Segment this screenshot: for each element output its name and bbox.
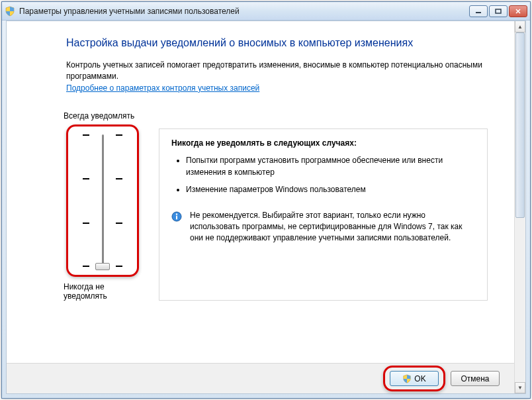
uac-shield-icon [5, 6, 15, 17]
slider-label-never: Никогда не уведомлять [64, 282, 139, 301]
ok-button-label: OK [414, 374, 425, 383]
slider-highlight [66, 125, 139, 277]
cancel-button[interactable]: Отмена [451, 371, 500, 386]
scroll-thumb[interactable] [515, 32, 525, 218]
vertical-scrollbar[interactable]: ▲ ▼ [514, 21, 525, 393]
maximize-button[interactable] [489, 5, 508, 17]
description-bullet: Попытки программ установить программное … [186, 154, 475, 178]
slider-thumb[interactable] [95, 263, 110, 270]
description-panel: Никогда не уведомлять в следующих случая… [159, 128, 488, 301]
svg-rect-1 [496, 9, 501, 13]
ok-highlight: OK [383, 366, 445, 391]
window-title: Параметры управления учетными записями п… [19, 7, 469, 16]
titlebar[interactable]: Параметры управления учетными записями п… [2, 2, 530, 21]
svg-rect-4 [176, 215, 177, 219]
minimize-button[interactable] [469, 5, 488, 17]
uac-slider[interactable] [73, 134, 132, 267]
help-link[interactable]: Подробнее о параметрах контроля учетных … [66, 83, 259, 93]
description-title: Никогда не уведомлять в следующих случая… [171, 138, 475, 148]
svg-point-3 [176, 213, 177, 215]
info-text: Не рекомендуется. Выбирайте этот вариант… [190, 210, 475, 244]
cancel-button-label: Отмена [461, 374, 489, 383]
scroll-down-arrow-icon[interactable]: ▼ [515, 382, 525, 393]
description-bullet: Изменение параметров Windows пользовател… [186, 183, 475, 195]
info-icon [171, 211, 182, 222]
ok-button[interactable]: OK [390, 371, 439, 386]
svg-rect-0 [476, 12, 481, 13]
uac-shield-icon [402, 374, 412, 383]
close-button[interactable] [509, 5, 527, 17]
page-title: Настройка выдачи уведомлений о вносимых … [66, 37, 488, 49]
slider-label-always: Всегда уведомлять [64, 111, 139, 121]
footer-bar: OK Отмена [7, 363, 514, 393]
window-frame: Параметры управления учетными записями п… [1, 1, 531, 399]
content-area: Настройка выдачи уведомлений о вносимых … [6, 21, 526, 394]
scroll-up-arrow-icon[interactable]: ▲ [515, 21, 525, 32]
intro-text: Контроль учетных записей помогает предот… [66, 60, 488, 82]
